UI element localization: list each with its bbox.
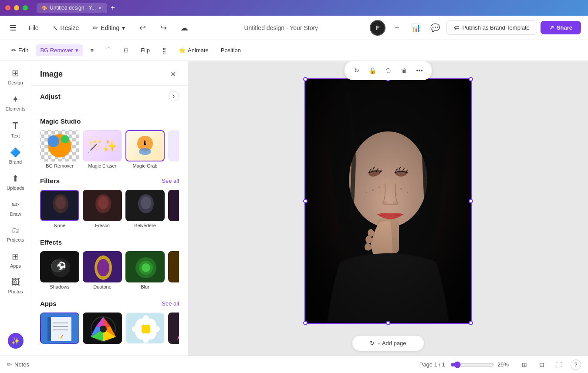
file-menu-btn[interactable]: File — [24, 22, 43, 34]
panel-header: Image ✕ — [31, 61, 188, 86]
comments-btn[interactable]: 💬 — [427, 20, 443, 36]
sidebar-item-brand[interactable]: 🔷 Brand — [3, 144, 29, 168]
editing-btn[interactable]: ✏ Editing ▾ — [88, 22, 129, 34]
share-btn[interactable]: ↗ Share — [541, 21, 581, 34]
animate-label: Animate — [188, 47, 209, 54]
effects-header: Effects — [40, 239, 179, 246]
app1-card[interactable]: 📝 — [40, 313, 79, 346]
effect-duotone-card[interactable]: Duotone — [83, 251, 122, 289]
zoom-slider[interactable] — [450, 361, 494, 368]
edit-image-btn[interactable]: ✏ Edit — [7, 44, 32, 56]
filter-belvedere-card[interactable]: Belvedere — [125, 190, 165, 228]
panel-title: Image — [40, 70, 63, 79]
resize-label: Resize — [61, 24, 79, 31]
magic-star-icon: ✨ — [11, 337, 20, 345]
image-panel: Image ✕ Adjust › Magic Studio BG Remover — [31, 61, 188, 356]
chevron-down-icon: ▾ — [122, 24, 125, 31]
sidebar-uploads-label: Uploads — [7, 185, 24, 191]
handle-tl[interactable] — [303, 77, 308, 81]
avatar[interactable]: F — [370, 20, 385, 36]
zoom-control: 29% — [450, 361, 513, 368]
filter-none-card[interactable]: None — [40, 190, 79, 228]
filter-f4-label: F... — [168, 223, 179, 228]
effect-auto-card[interactable]: Auto... — [168, 251, 179, 289]
apps-header: Apps See all — [40, 300, 179, 307]
svg-text:📝: 📝 — [58, 334, 64, 340]
see-all-filters-btn[interactable]: See all — [162, 178, 179, 184]
panel-close-btn[interactable]: ✕ — [167, 68, 179, 80]
apps-icon: ⊞ — [12, 251, 19, 262]
cloud-save-btn[interactable]: ☁ — [176, 20, 192, 36]
effect-blur-card[interactable]: Blur — [125, 251, 165, 289]
handle-br[interactable] — [469, 321, 473, 325]
flip-btn[interactable]: Flip — [136, 44, 154, 56]
add-page-btn[interactable]: ↻ + Add page — [352, 335, 424, 351]
sidebar-item-draw[interactable]: ✏ Draw — [3, 196, 29, 220]
sidebar-item-uploads[interactable]: ⬆ Uploads — [3, 170, 29, 194]
grid-view-btn[interactable]: ⊞ — [518, 359, 531, 371]
transparency-btn[interactable]: ⣿ — [158, 44, 171, 56]
publish-brand-template-btn[interactable]: 🏷 Publish as Brand Template — [446, 20, 537, 35]
notes-btn[interactable]: ✏ Notes — [7, 361, 29, 368]
filter-fresco-thumb — [83, 190, 122, 221]
canvas-image[interactable] — [305, 79, 471, 323]
sidebar-item-apps[interactable]: ⊞ Apps — [3, 248, 29, 272]
design-icon: ⊞ — [12, 68, 19, 78]
main-layout: ⊞ Design ✦ Elements T Text 🔷 Brand ⬆ Upl… — [0, 61, 588, 356]
canvas-lock-btn[interactable]: 🔒 — [365, 64, 379, 77]
canvas-area[interactable]: 🔒 ⬡ ⊕ ↻ 🔒 ⬡ 🗑 ••• — [188, 61, 588, 356]
magic-assistant-btn[interactable]: ✨ — [8, 333, 24, 349]
help-btn[interactable]: ? — [571, 360, 581, 370]
handle-mr[interactable] — [469, 199, 473, 203]
traffic-light-red[interactable] — [5, 5, 10, 10]
filter-f4-card[interactable]: F... — [168, 190, 179, 228]
hamburger-menu-btn[interactable]: ☰ — [7, 20, 19, 35]
sidebar-item-design[interactable]: ⊞ Design — [3, 64, 29, 89]
crop-btn[interactable]: ⊡ — [119, 44, 133, 56]
multi-page-view-btn[interactable]: ⊟ — [536, 359, 548, 371]
undo-btn[interactable]: ↩ — [135, 20, 150, 36]
adjust-expand-btn[interactable]: › — [169, 91, 179, 101]
analytics-btn[interactable]: 📊 — [408, 20, 424, 36]
handle-tr[interactable] — [469, 77, 473, 81]
bg-remover-btn[interactable]: BG Remover ▾ — [36, 44, 82, 56]
lines-btn[interactable]: ≡ — [86, 44, 98, 56]
traffic-light-green[interactable] — [23, 5, 28, 10]
handle-bm[interactable] — [386, 321, 390, 325]
app2-card[interactable] — [83, 313, 122, 346]
filters-section: Filters See all None — [31, 172, 188, 233]
corner-btn[interactable]: ⌒ — [101, 44, 116, 57]
handle-bl[interactable] — [303, 321, 308, 325]
bg-remover-card[interactable]: BG Remover — [40, 130, 79, 168]
canvas-copy-style-btn[interactable]: ⬡ — [381, 64, 395, 77]
effect-shadows-card[interactable]: ⚽ Shadows — [40, 251, 79, 289]
canvas-delete-btn[interactable]: 🗑 — [397, 64, 411, 77]
sidebar-item-text[interactable]: T Text — [3, 117, 29, 142]
handle-ml[interactable] — [303, 199, 308, 203]
tab-close-btn[interactable]: ✕ — [98, 6, 102, 10]
add-collaborator-btn[interactable]: + — [389, 20, 405, 36]
sidebar-item-photos[interactable]: 🖼 Photos — [3, 274, 29, 298]
see-all-apps-btn[interactable]: See all — [162, 300, 179, 307]
apps-row: 📝 — [40, 313, 179, 346]
new-tab-btn[interactable]: + — [109, 4, 116, 12]
grab4-card[interactable]: A Grab... — [168, 130, 179, 168]
sidebar-item-projects[interactable]: 🗂 Projects — [3, 222, 29, 246]
animate-btn[interactable]: ⭐ Animate — [174, 44, 213, 56]
magic-grab-card[interactable]: 🌡 Magic Grab — [125, 130, 165, 168]
canvas-refresh-btn[interactable]: ↻ — [350, 64, 364, 77]
fullscreen-btn[interactable]: ⛶ — [553, 359, 565, 371]
browser-tab[interactable]: 🎨 Untitled design - Y... ✕ — [37, 3, 107, 13]
position-btn[interactable]: Position — [216, 44, 245, 56]
app4-card[interactable] — [168, 313, 179, 346]
sidebar-item-elements[interactable]: ✦ Elements — [3, 91, 29, 115]
photos-icon: 🖼 — [11, 277, 20, 287]
canvas-more-btn[interactable]: ••• — [412, 64, 426, 77]
resize-btn[interactable]: ⤡ Resize — [48, 22, 84, 34]
redo-btn[interactable]: ↪ — [155, 20, 171, 36]
traffic-light-yellow[interactable] — [14, 5, 19, 10]
filter-none-label: None — [40, 223, 79, 228]
app3-card[interactable] — [125, 313, 165, 346]
filter-fresco-card[interactable]: Fresco — [83, 190, 122, 228]
magic-eraser-card[interactable]: 🪄✨ Magic Eraser — [83, 130, 122, 168]
